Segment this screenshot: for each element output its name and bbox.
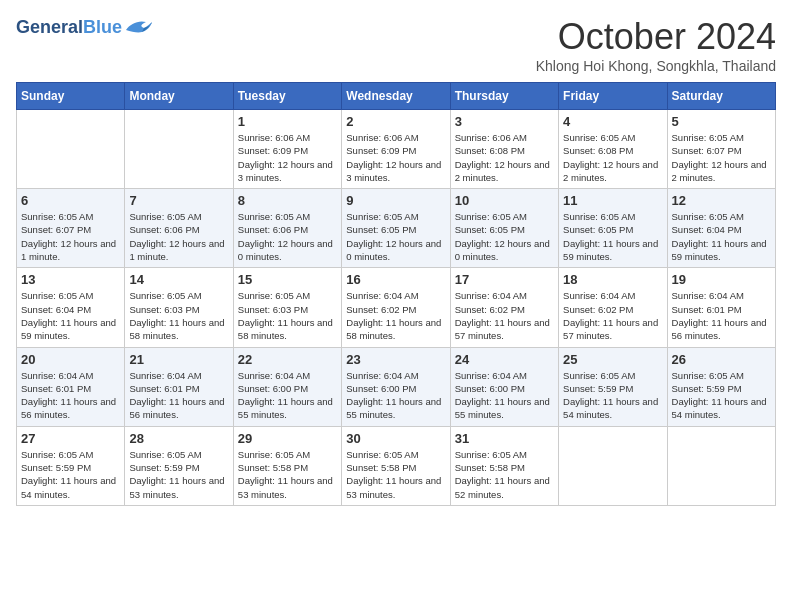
calendar-cell: 31Sunrise: 6:05 AM Sunset: 5:58 PM Dayli… [450,426,558,505]
calendar-cell: 14Sunrise: 6:05 AM Sunset: 6:03 PM Dayli… [125,268,233,347]
day-number: 9 [346,193,445,208]
day-info: Sunrise: 6:04 AM Sunset: 6:02 PM Dayligh… [563,289,662,342]
logo: GeneralBlue [16,16,154,40]
day-number: 10 [455,193,554,208]
calendar-cell: 18Sunrise: 6:04 AM Sunset: 6:02 PM Dayli… [559,268,667,347]
calendar-cell: 4Sunrise: 6:05 AM Sunset: 6:08 PM Daylig… [559,110,667,189]
day-number: 1 [238,114,337,129]
calendar-cell: 25Sunrise: 6:05 AM Sunset: 5:59 PM Dayli… [559,347,667,426]
week-row-1: 1Sunrise: 6:06 AM Sunset: 6:09 PM Daylig… [17,110,776,189]
logo-bird-icon [124,16,154,40]
calendar-cell: 16Sunrise: 6:04 AM Sunset: 6:02 PM Dayli… [342,268,450,347]
calendar-cell: 17Sunrise: 6:04 AM Sunset: 6:02 PM Dayli… [450,268,558,347]
day-number: 20 [21,352,120,367]
weekday-header-tuesday: Tuesday [233,83,341,110]
day-number: 4 [563,114,662,129]
day-number: 30 [346,431,445,446]
day-info: Sunrise: 6:04 AM Sunset: 6:02 PM Dayligh… [455,289,554,342]
day-info: Sunrise: 6:05 AM Sunset: 6:05 PM Dayligh… [563,210,662,263]
calendar: SundayMondayTuesdayWednesdayThursdayFrid… [16,82,776,506]
day-number: 7 [129,193,228,208]
day-number: 18 [563,272,662,287]
day-number: 13 [21,272,120,287]
calendar-cell: 2Sunrise: 6:06 AM Sunset: 6:09 PM Daylig… [342,110,450,189]
day-info: Sunrise: 6:06 AM Sunset: 6:09 PM Dayligh… [346,131,445,184]
day-number: 26 [672,352,771,367]
week-row-2: 6Sunrise: 6:05 AM Sunset: 6:07 PM Daylig… [17,189,776,268]
day-info: Sunrise: 6:04 AM Sunset: 6:02 PM Dayligh… [346,289,445,342]
calendar-cell: 1Sunrise: 6:06 AM Sunset: 6:09 PM Daylig… [233,110,341,189]
calendar-cell: 3Sunrise: 6:06 AM Sunset: 6:08 PM Daylig… [450,110,558,189]
day-number: 29 [238,431,337,446]
day-info: Sunrise: 6:05 AM Sunset: 6:03 PM Dayligh… [238,289,337,342]
calendar-cell: 8Sunrise: 6:05 AM Sunset: 6:06 PM Daylig… [233,189,341,268]
calendar-cell: 22Sunrise: 6:04 AM Sunset: 6:00 PM Dayli… [233,347,341,426]
day-number: 24 [455,352,554,367]
weekday-header-friday: Friday [559,83,667,110]
day-info: Sunrise: 6:05 AM Sunset: 6:05 PM Dayligh… [455,210,554,263]
week-row-3: 13Sunrise: 6:05 AM Sunset: 6:04 PM Dayli… [17,268,776,347]
day-info: Sunrise: 6:04 AM Sunset: 6:01 PM Dayligh… [129,369,228,422]
day-info: Sunrise: 6:06 AM Sunset: 6:08 PM Dayligh… [455,131,554,184]
day-number: 11 [563,193,662,208]
calendar-cell: 10Sunrise: 6:05 AM Sunset: 6:05 PM Dayli… [450,189,558,268]
calendar-cell [559,426,667,505]
calendar-cell: 21Sunrise: 6:04 AM Sunset: 6:01 PM Dayli… [125,347,233,426]
day-info: Sunrise: 6:05 AM Sunset: 5:59 PM Dayligh… [672,369,771,422]
day-number: 28 [129,431,228,446]
day-info: Sunrise: 6:05 AM Sunset: 6:05 PM Dayligh… [346,210,445,263]
weekday-header-wednesday: Wednesday [342,83,450,110]
weekday-header-row: SundayMondayTuesdayWednesdayThursdayFrid… [17,83,776,110]
day-number: 19 [672,272,771,287]
calendar-cell: 19Sunrise: 6:04 AM Sunset: 6:01 PM Dayli… [667,268,775,347]
day-info: Sunrise: 6:05 AM Sunset: 5:58 PM Dayligh… [455,448,554,501]
calendar-cell: 6Sunrise: 6:05 AM Sunset: 6:07 PM Daylig… [17,189,125,268]
day-info: Sunrise: 6:04 AM Sunset: 6:01 PM Dayligh… [672,289,771,342]
weekday-header-thursday: Thursday [450,83,558,110]
day-number: 22 [238,352,337,367]
calendar-cell: 9Sunrise: 6:05 AM Sunset: 6:05 PM Daylig… [342,189,450,268]
day-number: 8 [238,193,337,208]
weekday-header-sunday: Sunday [17,83,125,110]
calendar-cell: 15Sunrise: 6:05 AM Sunset: 6:03 PM Dayli… [233,268,341,347]
day-info: Sunrise: 6:05 AM Sunset: 6:04 PM Dayligh… [672,210,771,263]
day-number: 21 [129,352,228,367]
day-number: 16 [346,272,445,287]
day-number: 6 [21,193,120,208]
day-info: Sunrise: 6:05 AM Sunset: 5:58 PM Dayligh… [346,448,445,501]
day-info: Sunrise: 6:05 AM Sunset: 5:59 PM Dayligh… [21,448,120,501]
logo-text: GeneralBlue [16,18,122,38]
day-info: Sunrise: 6:05 AM Sunset: 5:58 PM Dayligh… [238,448,337,501]
day-info: Sunrise: 6:05 AM Sunset: 5:59 PM Dayligh… [129,448,228,501]
calendar-cell: 7Sunrise: 6:05 AM Sunset: 6:06 PM Daylig… [125,189,233,268]
calendar-cell: 27Sunrise: 6:05 AM Sunset: 5:59 PM Dayli… [17,426,125,505]
day-number: 23 [346,352,445,367]
day-info: Sunrise: 6:05 AM Sunset: 5:59 PM Dayligh… [563,369,662,422]
calendar-cell [125,110,233,189]
day-info: Sunrise: 6:06 AM Sunset: 6:09 PM Dayligh… [238,131,337,184]
weekday-header-saturday: Saturday [667,83,775,110]
calendar-cell: 23Sunrise: 6:04 AM Sunset: 6:00 PM Dayli… [342,347,450,426]
calendar-cell: 24Sunrise: 6:04 AM Sunset: 6:00 PM Dayli… [450,347,558,426]
week-row-5: 27Sunrise: 6:05 AM Sunset: 5:59 PM Dayli… [17,426,776,505]
calendar-cell [17,110,125,189]
calendar-cell: 20Sunrise: 6:04 AM Sunset: 6:01 PM Dayli… [17,347,125,426]
weekday-header-monday: Monday [125,83,233,110]
day-info: Sunrise: 6:04 AM Sunset: 6:00 PM Dayligh… [238,369,337,422]
calendar-cell: 28Sunrise: 6:05 AM Sunset: 5:59 PM Dayli… [125,426,233,505]
day-info: Sunrise: 6:05 AM Sunset: 6:03 PM Dayligh… [129,289,228,342]
day-number: 14 [129,272,228,287]
header: GeneralBlue October 2024 Khlong Hoi Khon… [16,16,776,74]
day-info: Sunrise: 6:05 AM Sunset: 6:06 PM Dayligh… [238,210,337,263]
month-title: October 2024 [536,16,776,58]
day-info: Sunrise: 6:05 AM Sunset: 6:07 PM Dayligh… [21,210,120,263]
calendar-cell: 30Sunrise: 6:05 AM Sunset: 5:58 PM Dayli… [342,426,450,505]
day-info: Sunrise: 6:05 AM Sunset: 6:08 PM Dayligh… [563,131,662,184]
calendar-cell: 11Sunrise: 6:05 AM Sunset: 6:05 PM Dayli… [559,189,667,268]
title-area: October 2024 Khlong Hoi Khong, Songkhla,… [536,16,776,74]
subtitle: Khlong Hoi Khong, Songkhla, Thailand [536,58,776,74]
calendar-cell: 29Sunrise: 6:05 AM Sunset: 5:58 PM Dayli… [233,426,341,505]
calendar-cell [667,426,775,505]
day-number: 5 [672,114,771,129]
calendar-cell: 13Sunrise: 6:05 AM Sunset: 6:04 PM Dayli… [17,268,125,347]
